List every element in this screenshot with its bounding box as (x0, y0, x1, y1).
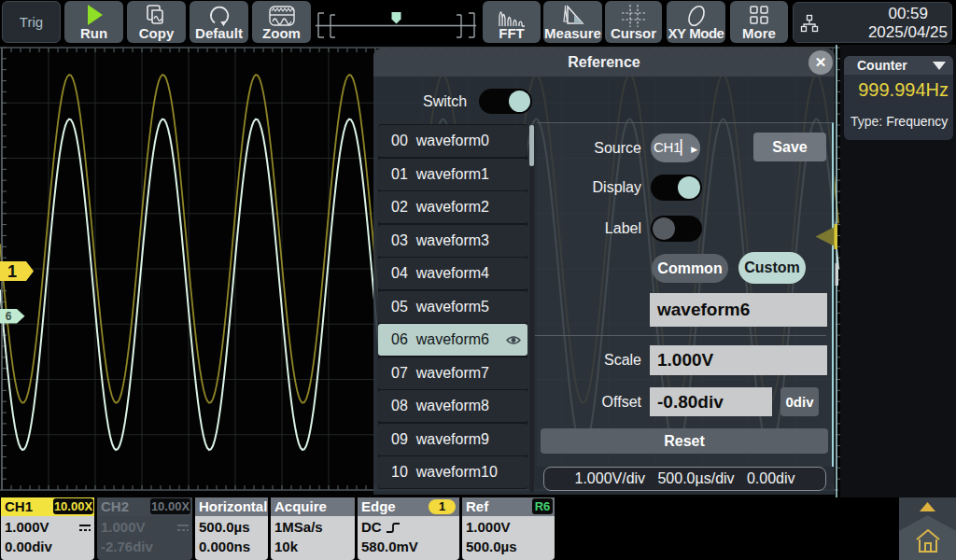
svg-text:6: 6 (6, 310, 12, 323)
svg-text:1: 1 (7, 262, 17, 281)
